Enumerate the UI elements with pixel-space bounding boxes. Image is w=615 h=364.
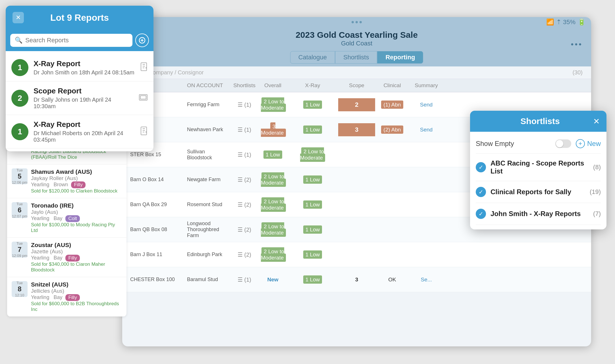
svg-rect-11 — [141, 127, 147, 135]
summary-cell[interactable]: Send — [409, 124, 443, 136]
report-list: 1 X-Ray Report Dr John Smith on 18th Apr… — [6, 51, 153, 151]
lot-tag: Colt — [65, 215, 80, 222]
summary-cell[interactable]: Se... — [409, 274, 443, 286]
reports-panel-title: Lot 9 Reports — [24, 12, 135, 23]
lot-category: Yearling Bay Filly — [31, 255, 122, 262]
shortlist-cell[interactable]: ☰ (1) — [230, 99, 259, 111]
show-empty-toggle[interactable] — [555, 139, 571, 148]
lot-info: Zoustar (AUS) Jazette (Aus) Yearling Bay… — [31, 242, 122, 273]
list-item[interactable]: Tue 8 12:10 Snitzel (AUS) Jellicles (Aus… — [7, 277, 126, 317]
tab-shortlists[interactable]: Shortlists — [335, 51, 377, 64]
scope-cell: 2 — [338, 98, 375, 111]
shortlist-cell[interactable]: ☰ (2) — [230, 198, 259, 211]
reports-panel-header: ✕ Lot 9 Reports — [6, 6, 153, 30]
lot-day: Tue — [16, 281, 23, 285]
lot-time: 12:10 — [15, 293, 24, 297]
close-button[interactable]: ✕ — [13, 12, 24, 23]
shortlist-cell[interactable]: ☰ (2) — [230, 173, 259, 186]
lot-time: 12:09 pm — [12, 254, 27, 258]
xray-cell: 1 Low — [287, 274, 338, 286]
shortlists-title: Shortlists — [487, 116, 593, 126]
consignor-cell: Edinburgh Park — [185, 249, 230, 260]
report-action-button[interactable] — [140, 62, 148, 73]
lot-tag: Filly — [65, 255, 80, 262]
shortlist-cell[interactable]: ☰ (1) — [230, 148, 259, 161]
more-options-button[interactable]: ••• — [571, 40, 583, 49]
shortlist-cell[interactable]: ☰ (1) — [230, 124, 259, 136]
shortlists-header: Shortlists ✕ — [470, 111, 606, 132]
svg-rect-3 — [141, 63, 147, 71]
tab-catalogue[interactable]: Catalogue — [290, 51, 335, 64]
consignor-cell: Newgate Farm — [185, 174, 230, 185]
xray-cell: 1 Low — [287, 249, 338, 261]
lot-day: Tue — [16, 168, 23, 172]
xray-cell: 2 Low to Moderate — [287, 146, 338, 164]
list-item[interactable]: ✓ John Smith - X-Ray Reports (7) — [476, 203, 601, 225]
list-item[interactable]: Tue 5 12:06 pm Shamus Award (AUS) Jaykay… — [7, 164, 126, 198]
scope-cell: 3 — [338, 123, 375, 136]
shortlist-cell[interactable]: ☰ (1) — [230, 273, 259, 286]
lot-info: Shamus Award (AUS) Jaykay Roller (Aus) Y… — [31, 168, 122, 194]
shortlist-cell[interactable]: ☰ (2) — [230, 223, 259, 236]
clinical-cell — [375, 152, 409, 158]
th-on-account: ON ACCOUNT — [185, 79, 230, 92]
shortlist-cell[interactable]: ☰ (2) — [230, 248, 259, 261]
overall-cell: 2 Low to Moderate — [259, 96, 287, 114]
search-input-wrap: 🔍 — [10, 34, 132, 47]
report-badge: 1 — [11, 123, 28, 140]
new-shortlist-button[interactable]: + New — [576, 139, 601, 148]
dot3 — [360, 21, 362, 23]
list-item[interactable]: 1 X-Ray Report Dr John Smith on 18th Apr… — [6, 54, 153, 81]
search-input[interactable] — [25, 37, 128, 44]
list-item[interactable]: ✓ ABC Racing - Scope Reports List (8) — [476, 154, 601, 181]
consignor-cell: Newhaven Park — [185, 124, 230, 135]
th-xray: X-Ray — [287, 79, 338, 92]
lot-time: 12:07 pm — [12, 214, 27, 218]
barn-cell: Barn QA Box 29 — [128, 199, 185, 210]
lot-sold: Sold for $120,000 to Clarken Bloodstock — [31, 188, 122, 194]
clinical-cell: (1) Abn — [375, 99, 409, 111]
shortlists-close-button[interactable]: ✕ — [593, 117, 600, 126]
report-name: X-Ray Report — [34, 59, 135, 68]
list-item[interactable]: ✓ Clinical Reports for Sally (19) — [476, 181, 601, 203]
clinical-cell — [375, 177, 409, 183]
report-action-button[interactable] — [140, 126, 148, 137]
report-meta: Dr John Smith on 18th April 24 08:15am — [34, 69, 135, 76]
list-item[interactable]: Tue 7 12:09 pm Zoustar (AUS) Jazette (Au… — [7, 238, 126, 277]
report-badge: 2 — [11, 90, 28, 107]
list-item[interactable]: Tue 6 12:07 pm Toronado (IRE) Jaylo (Aus… — [7, 198, 126, 238]
clinical-cell — [375, 252, 409, 258]
lot-tag: Filly — [71, 181, 85, 188]
summary-cell[interactable]: Send — [409, 99, 443, 111]
shortlist-check-icon: ✓ — [476, 187, 486, 197]
th-clinical: Clinical — [375, 79, 409, 92]
battery-icon: 🔋 — [578, 18, 585, 26]
report-badge: 1 — [11, 59, 28, 76]
lot-day: Tue — [16, 202, 23, 206]
overall-cell: 3 Moderate — [259, 121, 287, 139]
add-report-button[interactable] — [135, 34, 149, 47]
lot-number-box: Tue 7 12:09 pm — [12, 242, 28, 258]
list-item[interactable]: 1 X-Ray Report Dr Michael Roberts on 20t… — [6, 115, 153, 148]
th-spacer1 — [443, 79, 480, 92]
tab-reporting[interactable]: Reporting — [377, 51, 423, 64]
lot-name: Snitzel (AUS) — [31, 281, 122, 288]
lot-name: Toronado (IRE) — [31, 202, 122, 209]
clinical-cell — [375, 202, 409, 208]
toggle-thumb — [556, 140, 563, 147]
overall-cell: 1 Low — [259, 149, 287, 161]
report-action-button[interactable] — [139, 93, 148, 103]
lot-number-box: Tue 6 12:07 pm — [12, 202, 28, 218]
lot-sold: Sold for $600,000 to B2B Thoroughbreds I… — [31, 301, 122, 312]
xray-cell: 1 Low — [287, 174, 338, 186]
report-meta: Dr Sally Johns on 19th April 24 10:30am — [34, 97, 134, 110]
svg-rect-10 — [140, 96, 146, 99]
extra2 — [480, 252, 514, 258]
barn-cell: CHESTER Box 100 — [128, 274, 185, 285]
lot-sold: Sold for $100,000 to Moody Racing Pty Lt… — [31, 222, 122, 233]
list-item[interactable]: 2 Scope Report Dr Sally Johns on 19th Ap… — [6, 81, 153, 115]
summary-cell — [409, 152, 443, 158]
shortlist-name: John Smith - X-Ray Reports — [491, 210, 589, 218]
barn-cell: Barn J Box 11 — [128, 249, 185, 260]
status-bar: 📶 ⇡ 35% 🔋 — [122, 17, 591, 27]
